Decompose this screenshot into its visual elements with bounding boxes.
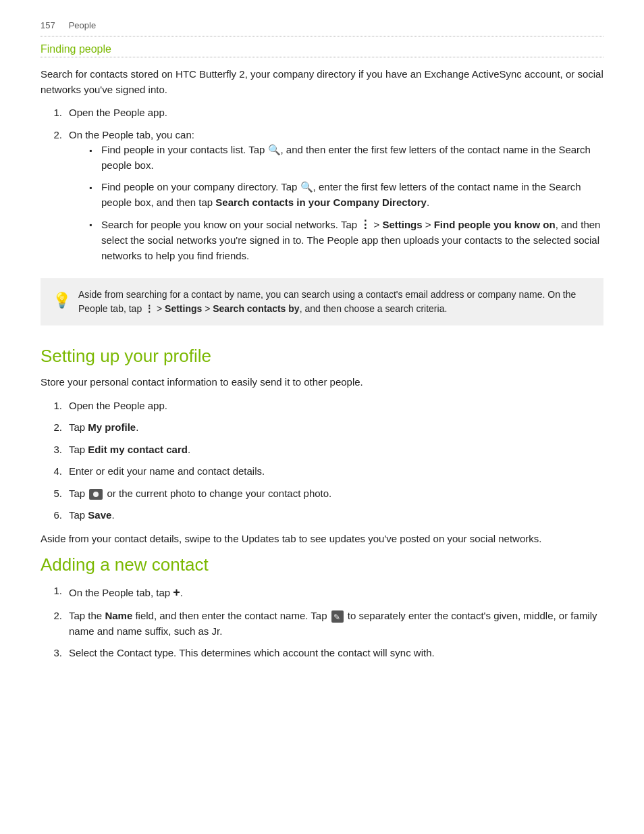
add-step-2: 2. Tap the Name field, and then enter th…	[47, 608, 603, 639]
setup-step-2: 2. Tap My profile.	[47, 420, 603, 436]
edit-icon	[331, 610, 344, 623]
three-dots-icon-1: ⋮	[360, 219, 371, 230]
adding-contact-section: Adding a new contact 1. On the People ta…	[41, 554, 603, 661]
bullet-1: Find people in your contacts list. Tap 🔍…	[89, 142, 603, 173]
tip-text: Aside from searching for a contact by na…	[78, 288, 591, 316]
finding-people-steps: 1. Open the People app. 2. On the People…	[47, 105, 603, 270]
tip-box: 💡 Aside from searching for a contact by …	[41, 278, 603, 325]
lightbulb-icon: 💡	[53, 289, 69, 311]
setting-up-intro: Store your personal contact information …	[41, 375, 603, 390]
setting-up-outro: Aside from your contact details, swipe t…	[41, 531, 603, 547]
page-header: 157 People	[41, 20, 603, 30]
setup-step-4: 4. Enter or edit your name and contact d…	[47, 464, 603, 479]
plus-icon: +	[173, 585, 180, 599]
finding-people-divider	[41, 57, 603, 57]
setting-up-heading: Setting up your profile	[41, 346, 603, 367]
setting-up-steps: 1. Open the People app. 2. Tap My profil…	[47, 398, 603, 523]
three-dots-icon-2: ⋮	[144, 303, 154, 314]
finding-people-section: Finding people Search for contacts store…	[41, 43, 603, 325]
finding-step-2: 2. On the People tab, you can: Find peop…	[47, 128, 603, 271]
adding-contact-heading: Adding a new contact	[41, 554, 603, 575]
finding-people-intro: Search for contacts stored on HTC Butter…	[41, 67, 603, 97]
top-divider	[41, 36, 603, 36]
bullet-2: Find people on your company directory. T…	[89, 180, 603, 210]
camera-icon	[89, 489, 103, 500]
finding-people-heading: Finding people	[41, 43, 603, 55]
add-step-1: 1. On the People tab, tap +.	[47, 583, 603, 602]
page-title-header: People	[69, 20, 96, 30]
bullet-3: Search for people you know on your socia…	[89, 217, 603, 263]
setup-step-1: 1. Open the People app.	[47, 398, 603, 414]
finding-step-1: 1. Open the People app.	[47, 105, 603, 121]
search-icon-1: 🔍	[268, 144, 281, 155]
setup-step-6: 6. Tap Save.	[47, 508, 603, 523]
add-step-3: 3. Select the Contact type. This determi…	[47, 646, 603, 661]
page-number: 157	[41, 20, 55, 30]
setup-step-3: 3. Tap Edit my contact card.	[47, 442, 603, 458]
finding-bullets: Find people in your contacts list. Tap 🔍…	[89, 142, 603, 263]
search-icon-2: 🔍	[300, 181, 313, 192]
setup-step-5: 5. Tap or the current photo to change yo…	[47, 486, 603, 502]
adding-contact-steps: 1. On the People tab, tap +. 2. Tap the …	[47, 583, 603, 661]
setting-up-section: Setting up your profile Store your perso…	[41, 346, 603, 546]
